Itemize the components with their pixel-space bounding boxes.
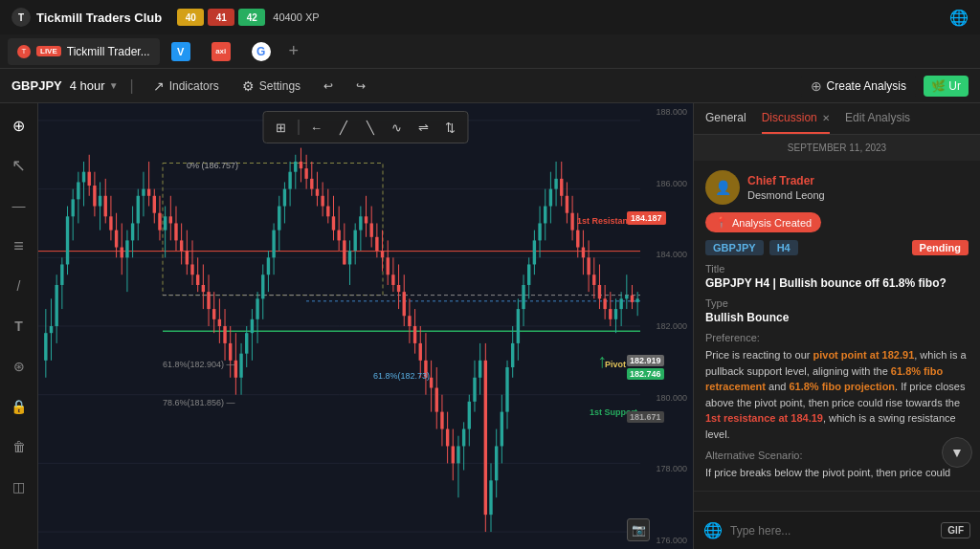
- left-toolbar: ⊕ ↖ — ≡ / T ⊛ 🔒 🗑 ◫: [0, 103, 38, 549]
- tab-general[interactable]: General: [705, 111, 746, 134]
- tab-axi-icon: axi: [212, 42, 231, 61]
- right-panel-tabs: General Discussion ✕ Edit Analysis: [694, 103, 980, 135]
- resistance-price-tag: 184.187: [627, 211, 666, 225]
- sender-avatar: 👤: [705, 170, 740, 205]
- indicators-label: Indicators: [169, 79, 219, 93]
- draw-diag-btn[interactable]: ╲: [359, 116, 382, 139]
- draw-tool[interactable]: /: [5, 272, 33, 300]
- date-separator: SEPTEMBER 11, 2023: [694, 135, 980, 161]
- un-label: Ur: [948, 79, 961, 93]
- create-analysis-button[interactable]: ⊕ Create Analysis: [801, 75, 916, 98]
- draw-wave-btn[interactable]: ∿: [386, 116, 409, 139]
- pair-label: GBPJPY: [11, 78, 62, 93]
- tab-add-button[interactable]: +: [282, 40, 305, 63]
- gif-button[interactable]: GIF: [941, 522, 970, 538]
- node-tool[interactable]: ⊛: [5, 352, 33, 381]
- pref-text: Price is reacting to our pivot point at …: [705, 347, 969, 442]
- top-bar: T Tickmill Traders Club 40 41 42 40400 X…: [0, 0, 980, 34]
- undo-button[interactable]: ↩: [316, 77, 341, 96]
- draw-grid-btn[interactable]: ⊞: [270, 116, 293, 139]
- create-plus-icon: ⊕: [811, 78, 822, 94]
- price-tag-182919: 182.919: [627, 355, 664, 366]
- pin-icon: 📍: [715, 216, 728, 229]
- lock-tool[interactable]: 🔒: [5, 392, 33, 421]
- lines-tool[interactable]: ≡: [5, 231, 33, 260]
- highlight-fib2: 61.8% fibo projection: [789, 381, 895, 392]
- chart-draw-toolbar: ⊞ ← ╱ ╲ ∿ ⇌ ⇅: [263, 111, 469, 143]
- tab-g-icon: G: [252, 42, 271, 61]
- alt-label: Alternative Scenario:: [705, 450, 969, 461]
- timeframe-selector[interactable]: 4 hour ▼: [70, 78, 119, 93]
- chart-canvas: [38, 103, 693, 549]
- un-icon: 🌿: [931, 79, 946, 93]
- world-icon: 🌐: [703, 521, 723, 539]
- cursor-tool[interactable]: ↖: [5, 151, 33, 180]
- tf-tag: H4: [769, 240, 798, 255]
- highlight-resistance: 1st resistance at 184.19: [705, 412, 823, 424]
- fib-78-label: 78.6%(181.856) —: [163, 398, 235, 407]
- title-label: Title: [705, 263, 969, 274]
- right-panel-content: SEPTEMBER 11, 2023 👤 Chief Trader Desmon…: [694, 135, 980, 511]
- fib-61-label-bottom: 61.8%(182.73): [373, 371, 430, 381]
- tab-tickmill[interactable]: T LIVE Tickmill Trader...: [8, 38, 160, 65]
- price-tag-181671: 181.671: [627, 411, 664, 423]
- tab-axi[interactable]: axi: [202, 38, 240, 65]
- message-block: 👤 Chief Trader Desmond Leong 📍 Analysis …: [694, 161, 980, 492]
- scroll-down-button[interactable]: ▼: [942, 437, 972, 468]
- right-panel: General Discussion ✕ Edit Analysis SEPTE…: [693, 103, 980, 549]
- camera-button[interactable]: 📷: [627, 518, 650, 541]
- text-tool[interactable]: T: [5, 312, 33, 340]
- tab-edit-analysis[interactable]: Edit Analysis: [845, 111, 910, 134]
- key-tool[interactable]: —: [5, 191, 33, 220]
- undo-icon: ↩: [323, 79, 333, 93]
- price-tick-184: 184.000: [642, 250, 691, 259]
- alt-text: If price breaks below the pivot point, t…: [705, 465, 969, 481]
- app-name: Tickmill Traders Club: [36, 11, 162, 25]
- draw-fib-btn[interactable]: ⇅: [439, 116, 462, 139]
- tab-discussion[interactable]: Discussion ✕: [762, 111, 830, 134]
- draw-parallel-btn[interactable]: ⇌: [412, 116, 435, 139]
- logo-icon: T: [11, 8, 31, 27]
- redo-icon: ↪: [356, 79, 366, 93]
- timeframe-label: 4 hour: [70, 78, 105, 93]
- tab-g[interactable]: G: [242, 38, 280, 65]
- discussion-tab-close[interactable]: ✕: [822, 113, 830, 123]
- tab-v[interactable]: V: [162, 38, 200, 65]
- pivot-label: Pivot: [605, 360, 626, 369]
- message-header: 👤 Chief Trader Desmond Leong: [705, 170, 969, 205]
- price-tick-188: 188.000: [642, 107, 691, 117]
- fib-61-label-top: 61.8%(182.904) —: [163, 360, 235, 369]
- un-button[interactable]: 🌿 Ur: [924, 76, 969, 97]
- crosshair-tool[interactable]: ⊕: [5, 111, 33, 140]
- badge-2: 41: [208, 9, 234, 26]
- toolbar: GBPJPY 4 hour ▼ | ↗ Indicators ⚙ Setting…: [0, 69, 980, 103]
- settings-label: Settings: [259, 79, 301, 93]
- tab-tickmill-label: Tickmill Trader...: [67, 45, 150, 58]
- trash-tool[interactable]: 🗑: [5, 432, 33, 461]
- layers-tool[interactable]: ◫: [5, 472, 33, 501]
- up-arrow-indicator: ↑: [597, 350, 607, 372]
- app-logo: T Tickmill Traders Club: [11, 8, 162, 27]
- title-value: GBPJPY H4 | Bullish bounce off 61.8% fib…: [705, 276, 969, 290]
- pref-label: Preference:: [705, 332, 969, 343]
- draw-sep-1: [299, 120, 300, 135]
- zero-percent-label: 0% (186.757): [187, 161, 238, 170]
- indicators-button[interactable]: ↗ Indicators: [145, 76, 227, 97]
- create-analysis-label: Create Analysis: [827, 79, 906, 93]
- price-tick-186: 186.000: [642, 179, 691, 188]
- analysis-created-badge: 📍 Analysis Created: [705, 212, 821, 232]
- draw-arrow-btn[interactable]: ←: [305, 116, 328, 139]
- draw-line-btn[interactable]: ╱: [332, 116, 355, 139]
- settings-button[interactable]: ⚙ Settings: [234, 76, 308, 97]
- message-input[interactable]: [730, 524, 933, 538]
- redo-button[interactable]: ↪: [348, 77, 373, 96]
- type-label: Type: [705, 297, 969, 309]
- highlight-pivot: pivot point at 182.91: [813, 349, 915, 361]
- tab-tickmill-live: LIVE: [36, 46, 61, 56]
- price-tick-178: 178.000: [642, 464, 691, 473]
- globe-icon[interactable]: 🌐: [949, 9, 969, 27]
- tab-tickmill-favicon: T: [17, 45, 31, 58]
- badge-3: 42: [238, 9, 265, 26]
- pair-tag: GBPJPY: [705, 240, 764, 255]
- settings-icon: ⚙: [242, 78, 255, 94]
